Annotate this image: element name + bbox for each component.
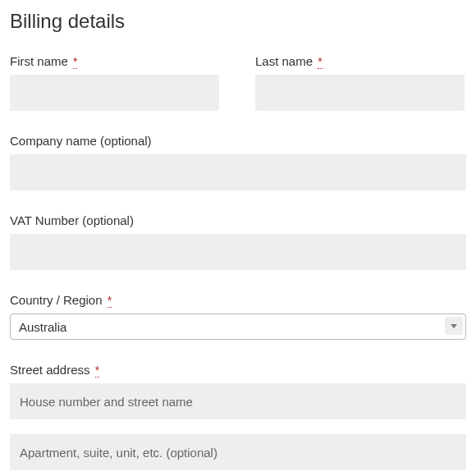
last-name-label: Last name * [255,54,466,68]
last-name-label-text: Last name [255,54,313,68]
country-select[interactable]: Australia [10,314,466,340]
required-marker: * [318,55,322,69]
required-marker: * [73,55,77,69]
last-name-field: Last name * [255,54,466,111]
vat-input[interactable] [10,234,466,270]
company-input[interactable] [10,154,466,190]
street-label: Street address * [10,363,466,377]
street-address-2-input[interactable] [10,434,466,470]
street-field: Street address * [10,363,466,470]
first-name-input[interactable] [10,75,219,111]
country-label-text: Country / Region [10,293,103,307]
first-name-label: First name * [10,54,221,68]
country-selected-value: Australia [19,320,66,334]
company-field: Company name (optional) [10,134,466,190]
street-label-text: Street address [10,363,90,377]
street-address-1-input[interactable] [10,383,466,419]
first-name-field: First name * [10,54,221,111]
vat-label: VAT Number (optional) [10,213,466,227]
billing-heading: Billing details [10,10,466,33]
first-name-label-text: First name [10,54,68,68]
chevron-down-icon [445,317,463,335]
required-marker: * [95,364,99,378]
country-field: Country / Region * Australia [10,293,466,340]
company-label: Company name (optional) [10,134,466,148]
last-name-input[interactable] [255,75,465,111]
country-label: Country / Region * [10,293,466,307]
required-marker: * [108,294,112,308]
vat-field: VAT Number (optional) [10,213,466,270]
